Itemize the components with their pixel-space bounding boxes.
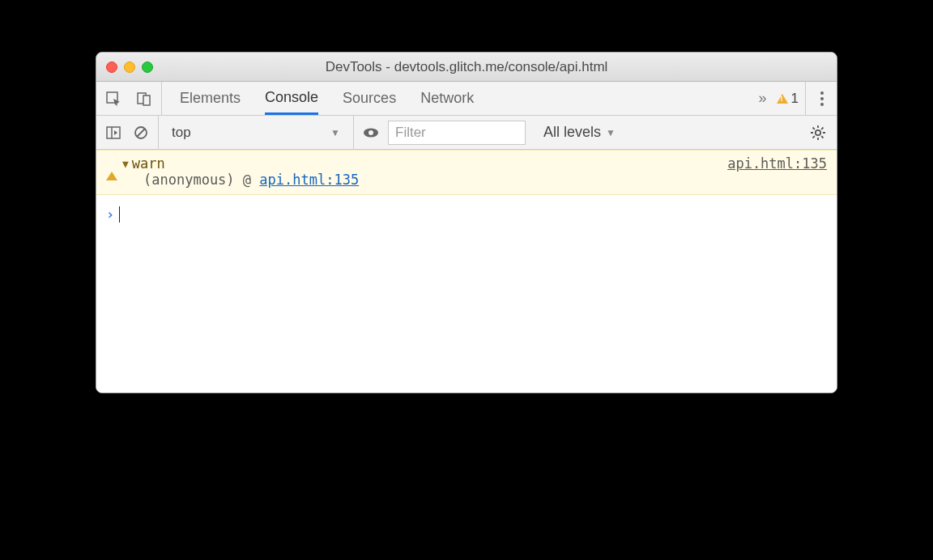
text-caret xyxy=(119,206,120,223)
console-body: ▼ warn api.html:135 (anonymous) @ api.ht… xyxy=(96,150,837,392)
tab-console[interactable]: Console xyxy=(265,82,318,115)
console-warning-entry[interactable]: ▼ warn api.html:135 (anonymous) @ api.ht… xyxy=(96,150,837,195)
clear-console-icon[interactable] xyxy=(132,124,150,142)
close-window-button[interactable] xyxy=(106,62,117,73)
svg-line-6 xyxy=(137,129,145,137)
log-level-label: All levels xyxy=(543,124,601,141)
stack-trace-line: (anonymous) @ api.html:135 xyxy=(106,172,827,188)
source-link[interactable]: api.html:135 xyxy=(727,155,827,172)
svg-line-14 xyxy=(813,127,815,129)
warning-count-badge[interactable]: 1 xyxy=(777,82,806,115)
svg-line-17 xyxy=(821,127,823,129)
tab-network[interactable]: Network xyxy=(420,82,474,115)
svg-line-16 xyxy=(813,136,815,138)
chevron-down-icon: ▼ xyxy=(606,127,616,138)
minimize-window-button[interactable] xyxy=(124,62,135,73)
warning-icon xyxy=(777,94,788,104)
trace-at: @ xyxy=(243,172,251,188)
prompt-chevron-icon: › xyxy=(106,206,114,223)
context-selected-label: top xyxy=(172,125,191,141)
devtools-window: DevTools - devtools.glitch.me/console/ap… xyxy=(96,52,837,393)
window-title: DevTools - devtools.glitch.me/console/ap… xyxy=(326,59,608,75)
svg-point-8 xyxy=(369,130,373,135)
svg-line-15 xyxy=(821,136,823,138)
warning-count: 1 xyxy=(791,91,799,107)
disclosure-triangle-icon[interactable]: ▼ xyxy=(122,158,129,170)
inspect-toolgroup xyxy=(96,82,162,115)
svg-rect-2 xyxy=(143,95,150,105)
warning-message: warn xyxy=(132,155,165,172)
more-tabs-icon[interactable]: » xyxy=(759,90,767,107)
main-tabbar: Elements Console Sources Network » 1 xyxy=(96,82,837,116)
console-prompt[interactable]: › xyxy=(96,195,837,234)
panel-tabs: Elements Console Sources Network xyxy=(162,82,492,115)
tab-sources[interactable]: Sources xyxy=(343,82,396,115)
titlebar: DevTools - devtools.glitch.me/console/ap… xyxy=(96,53,837,82)
console-sidebar-toggle-icon[interactable] xyxy=(104,124,122,142)
settings-menu-icon[interactable] xyxy=(816,91,829,106)
chevron-down-icon: ▼ xyxy=(330,127,340,138)
console-settings-icon[interactable] xyxy=(809,124,827,142)
warning-icon xyxy=(106,155,117,172)
svg-point-9 xyxy=(816,129,820,134)
inspect-element-icon[interactable] xyxy=(104,90,122,108)
traffic-lights xyxy=(106,62,153,73)
console-filterbar: top ▼ All levels ▼ xyxy=(96,116,837,150)
filter-input[interactable] xyxy=(388,121,526,145)
tab-elements[interactable]: Elements xyxy=(180,82,241,115)
trace-function: (anonymous) xyxy=(143,172,235,188)
trace-source-link[interactable]: api.html:135 xyxy=(259,172,359,188)
zoom-window-button[interactable] xyxy=(142,62,153,73)
log-level-selector[interactable]: All levels ▼ xyxy=(534,124,625,141)
device-toolbar-icon[interactable] xyxy=(135,90,153,108)
live-expression-icon[interactable] xyxy=(362,124,380,142)
svg-rect-3 xyxy=(107,127,120,138)
context-selector[interactable]: top ▼ xyxy=(167,121,345,144)
